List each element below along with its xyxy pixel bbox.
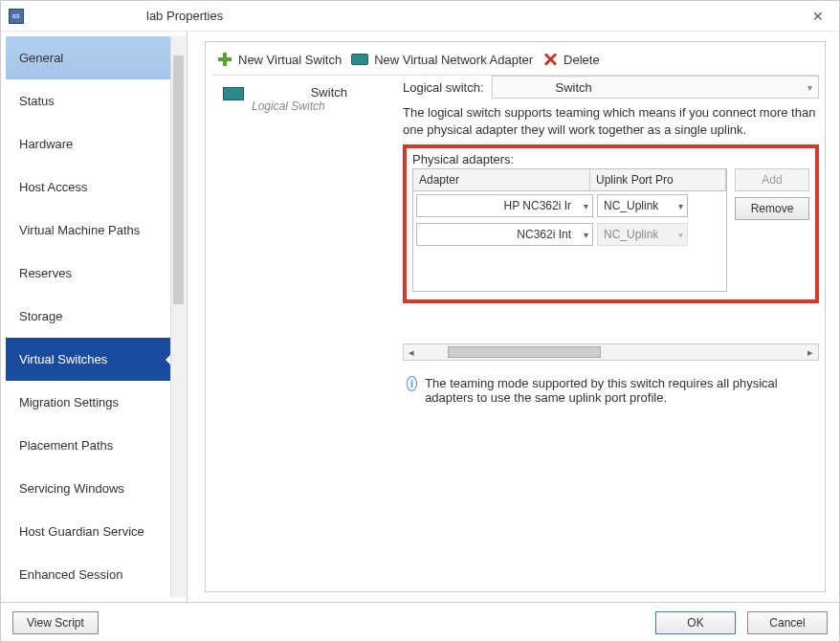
plus-icon <box>217 52 232 67</box>
button-label: OK <box>687 616 703 630</box>
chevron-down-icon: ▾ <box>678 230 683 240</box>
switch-list: Switch Logical Switch <box>211 76 403 586</box>
column-uplink[interactable]: Uplink Port Pro <box>590 169 726 190</box>
button-label: Remove <box>751 202 794 215</box>
logical-switch-value: Switch <box>556 80 592 95</box>
uplink-value: NC_Uplink <box>604 199 658 212</box>
switch-list-item[interactable]: Switch Logical Switch <box>219 81 395 117</box>
horizontal-scrollbar[interactable]: ◂ ▸ <box>403 343 819 361</box>
info-message: i The teaming mode supported by this swi… <box>403 376 819 405</box>
scroll-right-arrow[interactable]: ▸ <box>803 346 818 359</box>
physical-adapters-label: Physical adapters: <box>412 152 809 166</box>
sidebar-item-label: Reserves <box>19 266 72 280</box>
physical-adapters-highlight: Physical adapters: Adapter Uplink Port P… <box>403 144 819 303</box>
new-virtual-switch-button[interactable]: New Virtual Switch <box>217 52 342 67</box>
close-button[interactable]: ✕ <box>805 5 831 28</box>
ok-button[interactable]: OK <box>655 611 736 634</box>
nic-icon <box>223 87 244 100</box>
titlebar: ▭ lab Properties ✕ <box>1 1 839 32</box>
content-pane: New Virtual Switch New Virtual Network A… <box>188 32 839 602</box>
sidebar-item-label: Servicing Windows <box>19 481 124 496</box>
remove-adapter-button[interactable]: Remove <box>735 197 809 220</box>
delete-icon <box>542 52 558 67</box>
adapter-value: HP NC362i Ir <box>504 199 571 212</box>
uplink-combo-disabled: NC_Uplink ▾ <box>597 223 688 246</box>
sidebar-item-status[interactable]: Status <box>6 79 170 122</box>
window-icon: ▭ <box>9 9 24 24</box>
sidebar-item-migration-settings[interactable]: Migration Settings <box>6 381 170 424</box>
scroll-thumb[interactable] <box>448 346 601 358</box>
new-virtual-network-adapter-button[interactable]: New Virtual Network Adapter <box>351 53 533 67</box>
sidebar-item-label: Virtual Switches <box>19 352 107 366</box>
sidebar-item-label: Status <box>19 94 55 108</box>
sidebar: General Status Hardware Host Access Virt… <box>1 32 188 602</box>
sidebar-item-label: Host Access <box>19 180 88 194</box>
add-adapter-button: Add <box>735 168 809 191</box>
chevron-down-icon: ▾ <box>584 201 588 211</box>
adapter-row: NC362i Int ▾ NC_Uplink ▾ <box>413 220 726 249</box>
adapters-grid-body: HP NC362i Ir ▾ NC_Uplink ▾ <box>412 191 727 292</box>
button-label: View Script <box>27 616 84 630</box>
sidebar-item-label: Enhanced Session <box>19 567 122 582</box>
adapter-combo[interactable]: HP NC362i Ir ▾ <box>416 194 593 217</box>
nic-icon <box>351 54 368 65</box>
logical-switch-combo[interactable]: Switch ▾ <box>492 76 819 99</box>
footer: View Script OK Cancel <box>1 602 839 642</box>
delete-button[interactable]: Delete <box>542 52 600 67</box>
sidebar-item-enhanced-session[interactable]: Enhanced Session <box>6 553 170 596</box>
sidebar-item-storage[interactable]: Storage <box>6 295 170 338</box>
info-text: The teaming mode supported by this switc… <box>425 376 815 405</box>
sidebar-item-general[interactable]: General <box>6 36 170 79</box>
chevron-down-icon: ▾ <box>584 230 588 240</box>
logical-switch-label: Logical switch: <box>403 80 484 95</box>
sidebar-item-virtual-switches[interactable]: Virtual Switches <box>6 338 170 381</box>
sidebar-item-vm-paths[interactable]: Virtual Machine Paths <box>6 209 170 252</box>
button-label: Add <box>762 173 782 187</box>
adapter-row: HP NC362i Ir ▾ NC_Uplink ▾ <box>413 191 726 220</box>
sidebar-item-label: Hardware <box>19 137 73 151</box>
window-title: lab Properties <box>146 9 223 23</box>
uplink-value: NC_Uplink <box>604 228 658 241</box>
sidebar-item-hardware[interactable]: Hardware <box>6 122 170 166</box>
logical-switch-description: The logical switch supports teaming whic… <box>403 104 819 139</box>
button-label: Cancel <box>769 616 805 630</box>
sidebar-item-host-access[interactable]: Host Access <box>6 166 170 209</box>
adapters-grid-header: Adapter Uplink Port Pro <box>412 168 727 191</box>
sidebar-item-reserves[interactable]: Reserves <box>6 252 170 295</box>
toolbar: New Virtual Switch New Virtual Network A… <box>211 48 819 76</box>
sidebar-item-label: General <box>19 51 63 65</box>
uplink-combo[interactable]: NC_Uplink ▾ <box>597 194 688 217</box>
toolbar-label: New Virtual Switch <box>238 53 342 67</box>
column-adapter[interactable]: Adapter <box>413 169 590 190</box>
sidebar-item-label: Placement Paths <box>19 438 113 453</box>
sidebar-item-label: Migration Settings <box>19 395 119 410</box>
sidebar-item-servicing-windows[interactable]: Servicing Windows <box>6 467 170 510</box>
switch-item-name: Switch <box>252 85 347 100</box>
switch-item-subtext: Logical Switch <box>252 100 347 113</box>
scroll-left-arrow[interactable]: ◂ <box>404 346 419 359</box>
chevron-down-icon: ▾ <box>807 82 812 93</box>
sidebar-item-label: Host Guardian Service <box>19 524 144 539</box>
view-script-button[interactable]: View Script <box>12 611 99 634</box>
sidebar-item-placement-paths[interactable]: Placement Paths <box>6 424 170 467</box>
sidebar-scrollbar[interactable] <box>170 36 186 597</box>
adapter-combo[interactable]: NC362i Int ▾ <box>416 223 593 246</box>
info-icon: i <box>407 376 417 391</box>
toolbar-label: New Virtual Network Adapter <box>374 53 533 67</box>
sidebar-item-host-guardian[interactable]: Host Guardian Service <box>6 510 170 553</box>
sidebar-item-label: Virtual Machine Paths <box>19 223 140 237</box>
sidebar-item-label: Storage <box>19 309 63 323</box>
cancel-button[interactable]: Cancel <box>747 611 828 634</box>
adapter-value: NC362i Int <box>517 228 571 241</box>
chevron-down-icon: ▾ <box>678 201 683 211</box>
toolbar-label: Delete <box>564 53 600 67</box>
